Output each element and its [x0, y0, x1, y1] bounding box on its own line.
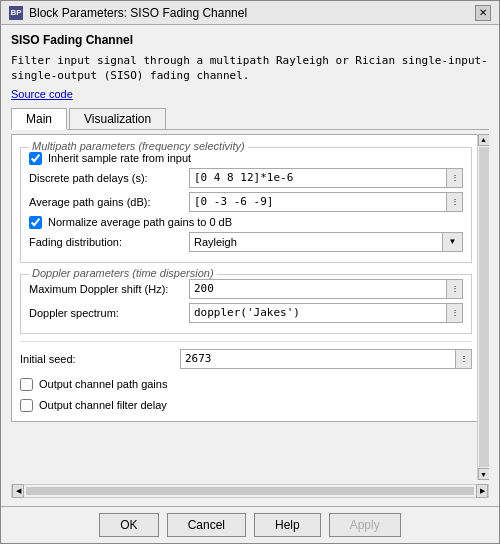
- title-bar: BP Block Parameters: SISO Fading Channel…: [1, 1, 499, 25]
- scroll-up-arrow[interactable]: ▲: [478, 134, 490, 146]
- initial-seed-btn[interactable]: ⋮: [456, 349, 472, 369]
- doppler-spectrum-input[interactable]: [189, 303, 447, 323]
- normalize-label: Normalize average path gains to 0 dB: [48, 216, 232, 228]
- initial-seed-input[interactable]: [180, 349, 456, 369]
- multipath-group: Multipath parameters (frequency selectiv…: [20, 147, 472, 263]
- separator: [20, 341, 472, 342]
- avg-gains-input-wrapper: ⋮: [189, 192, 463, 212]
- normalize-checkbox[interactable]: [29, 216, 42, 229]
- output-filter-delay-row: Output channel filter delay: [20, 399, 472, 412]
- cancel-button[interactable]: Cancel: [167, 513, 246, 537]
- main-panel: Multipath parameters (frequency selectiv…: [11, 134, 489, 422]
- fading-dist-arrow[interactable]: ▼: [443, 232, 463, 252]
- description-line2: single-output (SISO) fading channel.: [11, 68, 489, 83]
- main-content: SISO Fading Channel Filter input signal …: [1, 25, 499, 506]
- main-window: BP Block Parameters: SISO Fading Channel…: [0, 0, 500, 544]
- footer: OK Cancel Help Apply: [1, 506, 499, 543]
- path-delays-input[interactable]: [189, 168, 447, 188]
- avg-gains-btn[interactable]: ⋮: [447, 192, 463, 212]
- max-doppler-label: Maximum Doppler shift (Hz):: [29, 283, 189, 295]
- title-bar-left: BP Block Parameters: SISO Fading Channel: [9, 6, 247, 20]
- path-delays-btn[interactable]: ⋮: [447, 168, 463, 188]
- initial-seed-row: Initial seed: ⋮: [20, 349, 472, 369]
- path-delays-input-wrapper: ⋮: [189, 168, 463, 188]
- avg-gains-input[interactable]: [189, 192, 447, 212]
- scroll-right-arrow[interactable]: ▶: [476, 484, 488, 498]
- output-path-gains-label: Output channel path gains: [39, 378, 167, 390]
- horizontal-scroll-track: [26, 487, 474, 495]
- output-filter-delay-checkbox[interactable]: [20, 399, 33, 412]
- initial-seed-input-wrapper: ⋮: [180, 349, 472, 369]
- scroll-left-arrow[interactable]: ◀: [12, 484, 24, 498]
- doppler-spectrum-input-wrapper: ⋮: [189, 303, 463, 323]
- right-scrollbar: ▲ ▼: [477, 134, 489, 480]
- section-title: SISO Fading Channel: [11, 33, 489, 47]
- source-code-link[interactable]: Source code: [11, 88, 489, 100]
- scroll-down-arrow[interactable]: ▼: [478, 468, 490, 480]
- output-path-gains-row: Output channel path gains: [20, 378, 472, 391]
- help-button[interactable]: Help: [254, 513, 321, 537]
- inherit-checkbox-row: Inherit sample rate from input: [29, 152, 463, 165]
- window-icon: BP: [9, 6, 23, 20]
- ok-button[interactable]: OK: [99, 513, 158, 537]
- inherit-label: Inherit sample rate from input: [48, 152, 191, 164]
- max-doppler-input[interactable]: [189, 279, 447, 299]
- inherit-checkbox[interactable]: [29, 152, 42, 165]
- avg-gains-row: Average path gains (dB): ⋮: [29, 192, 463, 212]
- tab-visualization[interactable]: Visualization: [69, 108, 166, 129]
- panel-wrapper: Multipath parameters (frequency selectiv…: [11, 134, 489, 480]
- output-filter-delay-label: Output channel filter delay: [39, 399, 167, 411]
- output-path-gains-checkbox[interactable]: [20, 378, 33, 391]
- scroll-track: [479, 147, 489, 467]
- close-button[interactable]: ✕: [475, 5, 491, 21]
- tabs-container: Main Visualization: [11, 108, 489, 130]
- description-line1: Filter input signal through a multipath …: [11, 53, 489, 68]
- path-delays-label: Discrete path delays (s):: [29, 172, 189, 184]
- doppler-group: Doppler parameters (time dispersion) Max…: [20, 274, 472, 334]
- fading-dist-select[interactable]: Rayleigh Rician: [189, 232, 443, 252]
- fading-dist-row: Fading distribution: Rayleigh Rician ▼: [29, 232, 463, 252]
- tab-main[interactable]: Main: [11, 108, 67, 130]
- doppler-spectrum-label: Doppler spectrum:: [29, 307, 189, 319]
- max-doppler-row: Maximum Doppler shift (Hz): ⋮: [29, 279, 463, 299]
- max-doppler-btn[interactable]: ⋮: [447, 279, 463, 299]
- doppler-spectrum-row: Doppler spectrum: ⋮: [29, 303, 463, 323]
- doppler-group-label: Doppler parameters (time dispersion): [29, 267, 217, 279]
- apply-button[interactable]: Apply: [329, 513, 401, 537]
- normalize-checkbox-row: Normalize average path gains to 0 dB: [29, 216, 463, 229]
- path-delays-row: Discrete path delays (s): ⋮: [29, 168, 463, 188]
- initial-seed-label: Initial seed:: [20, 353, 180, 365]
- bottom-scrollbar: ◀ ▶: [11, 484, 489, 498]
- multipath-group-label: Multipath parameters (frequency selectiv…: [29, 140, 248, 152]
- description: Filter input signal through a multipath …: [11, 53, 489, 84]
- fading-dist-label: Fading distribution:: [29, 236, 189, 248]
- max-doppler-input-wrapper: ⋮: [189, 279, 463, 299]
- window-title: Block Parameters: SISO Fading Channel: [29, 6, 247, 20]
- avg-gains-label: Average path gains (dB):: [29, 196, 189, 208]
- doppler-spectrum-btn[interactable]: ⋮: [447, 303, 463, 323]
- fading-dist-dropdown-wrapper: Rayleigh Rician ▼: [189, 232, 463, 252]
